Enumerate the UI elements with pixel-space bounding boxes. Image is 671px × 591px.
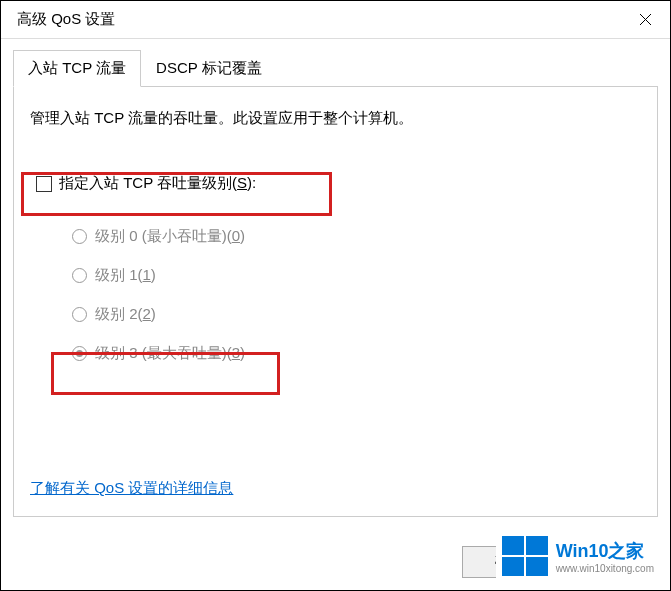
tab-label: DSCP 标记覆盖 bbox=[156, 59, 262, 76]
radio-label: 级别 0 (最小吞吐量)(0) bbox=[95, 227, 245, 246]
titlebar: 高级 QoS 设置 bbox=[1, 1, 670, 39]
watermark: Win10之家 www.win10xitong.com bbox=[496, 532, 660, 580]
radio-label: 级别 1(1) bbox=[95, 266, 156, 285]
radio-level-1[interactable]: 级别 1(1) bbox=[66, 256, 641, 295]
tab-panel: 管理入站 TCP 流量的吞吐量。此设置应用于整个计算机。 指定入站 TCP 吞吐… bbox=[13, 87, 658, 517]
throughput-checkbox[interactable] bbox=[36, 176, 52, 192]
windows-logo-icon bbox=[502, 536, 548, 576]
close-button[interactable] bbox=[620, 1, 670, 39]
throughput-checkbox-label: 指定入站 TCP 吞吐量级别(S): bbox=[59, 174, 256, 193]
throughput-checkbox-row[interactable]: 指定入站 TCP 吞吐量级别(S): bbox=[30, 168, 641, 199]
radio-input[interactable] bbox=[72, 268, 87, 283]
close-icon bbox=[639, 13, 652, 26]
watermark-title: Win10之家 bbox=[556, 539, 645, 563]
radio-level-0[interactable]: 级别 0 (最小吞吐量)(0) bbox=[66, 217, 641, 256]
panel-description: 管理入站 TCP 流量的吞吐量。此设置应用于整个计算机。 bbox=[30, 109, 641, 128]
radio-level-3[interactable]: 级别 3 (最大吞吐量)(3) bbox=[66, 334, 641, 373]
radio-label: 级别 3 (最大吞吐量)(3) bbox=[95, 344, 245, 363]
tab-strip: 入站 TCP 流量 DSCP 标记覆盖 bbox=[13, 49, 658, 87]
dialog-window: 高级 QoS 设置 入站 TCP 流量 DSCP 标记覆盖 管理入站 TCP 流… bbox=[0, 0, 671, 591]
radio-label: 级别 2(2) bbox=[95, 305, 156, 324]
radio-input[interactable] bbox=[72, 229, 87, 244]
radio-input[interactable] bbox=[72, 307, 87, 322]
tab-dscp-override[interactable]: DSCP 标记覆盖 bbox=[141, 50, 277, 87]
throughput-radio-group: 级别 0 (最小吞吐量)(0) 级别 1(1) 级别 2(2) bbox=[66, 217, 641, 373]
radio-level-2[interactable]: 级别 2(2) bbox=[66, 295, 641, 334]
learn-more-link[interactable]: 了解有关 QoS 设置的详细信息 bbox=[30, 479, 233, 498]
radio-input[interactable] bbox=[72, 346, 87, 361]
window-title: 高级 QoS 设置 bbox=[17, 10, 115, 29]
watermark-url: www.win10xitong.com bbox=[556, 563, 654, 574]
content-area: 入站 TCP 流量 DSCP 标记覆盖 管理入站 TCP 流量的吞吐量。此设置应… bbox=[1, 39, 670, 517]
tab-inbound-tcp[interactable]: 入站 TCP 流量 bbox=[13, 50, 141, 87]
tab-label: 入站 TCP 流量 bbox=[28, 59, 126, 76]
